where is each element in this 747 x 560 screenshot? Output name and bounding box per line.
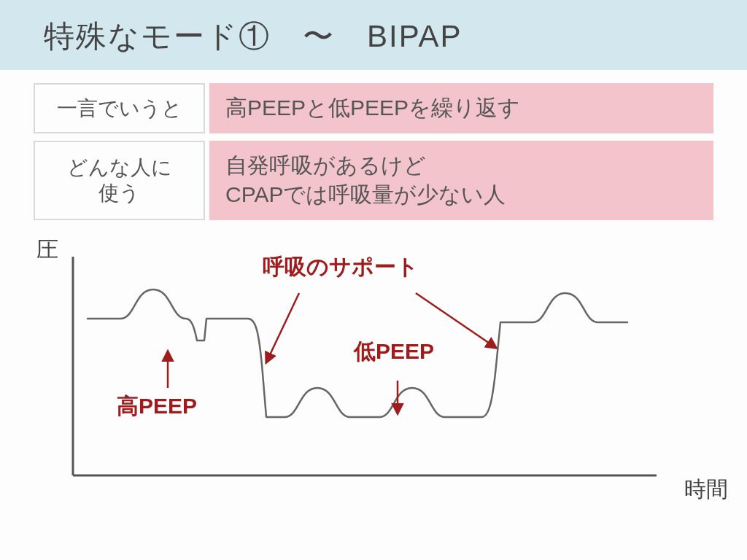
info-table: 一言でいうと 高PEEPと低PEEPを繰り返す どんな人に使う 自発呼吸があるけ… <box>34 83 713 220</box>
title-bar: 特殊なモード① 〜 BIPAP <box>0 0 747 70</box>
annotation-high-peep: 高PEEP <box>117 392 197 421</box>
info-value-indication: 自発呼吸があるけどCPAPでは呼吸量が少ない人 <box>209 141 713 220</box>
y-axis-label: 圧 <box>36 235 58 265</box>
waveform-svg <box>66 257 693 497</box>
info-value-summary: 高PEEPと低PEEPを繰り返す <box>209 83 713 133</box>
info-label-indication: どんな人に使う <box>34 141 205 220</box>
info-label-summary: 一言でいうと <box>34 83 205 133</box>
annotation-support: 呼吸のサポート <box>263 252 419 282</box>
info-row-indication: どんな人に使う 自発呼吸があるけどCPAPでは呼吸量が少ない人 <box>34 141 713 220</box>
pressure-time-chart: 圧 時間 呼吸のサポート 低 <box>66 242 713 519</box>
info-row-summary: 一言でいうと 高PEEPと低PEEPを繰り返す <box>34 83 713 133</box>
annotation-low-peep: 低PEEP <box>354 337 434 367</box>
page-title: 特殊なモード① 〜 BIPAP <box>44 16 718 57</box>
